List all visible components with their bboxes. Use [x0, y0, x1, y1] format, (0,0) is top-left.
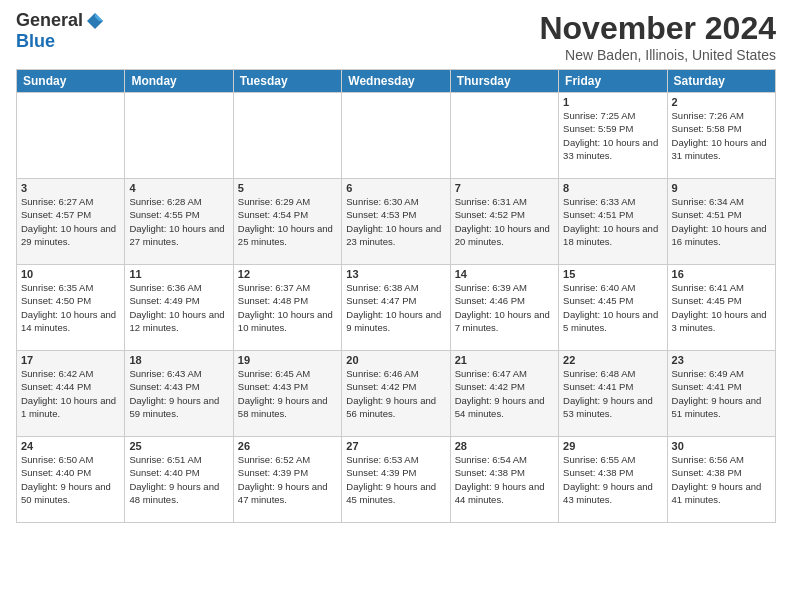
day-number: 8	[563, 182, 662, 194]
day-number: 13	[346, 268, 445, 280]
day-number: 5	[238, 182, 337, 194]
day-info: Sunrise: 6:52 AM Sunset: 4:39 PM Dayligh…	[238, 453, 337, 506]
day-info: Sunrise: 6:34 AM Sunset: 4:51 PM Dayligh…	[672, 195, 771, 248]
day-info: Sunrise: 6:40 AM Sunset: 4:45 PM Dayligh…	[563, 281, 662, 334]
day-info: Sunrise: 6:30 AM Sunset: 4:53 PM Dayligh…	[346, 195, 445, 248]
table-row: 3Sunrise: 6:27 AM Sunset: 4:57 PM Daylig…	[17, 179, 125, 265]
day-number: 14	[455, 268, 554, 280]
day-number: 25	[129, 440, 228, 452]
day-info: Sunrise: 6:38 AM Sunset: 4:47 PM Dayligh…	[346, 281, 445, 334]
table-row: 10Sunrise: 6:35 AM Sunset: 4:50 PM Dayli…	[17, 265, 125, 351]
day-number: 15	[563, 268, 662, 280]
day-info: Sunrise: 6:36 AM Sunset: 4:49 PM Dayligh…	[129, 281, 228, 334]
table-row: 12Sunrise: 6:37 AM Sunset: 4:48 PM Dayli…	[233, 265, 341, 351]
table-row: 11Sunrise: 6:36 AM Sunset: 4:49 PM Dayli…	[125, 265, 233, 351]
day-number: 26	[238, 440, 337, 452]
table-row: 16Sunrise: 6:41 AM Sunset: 4:45 PM Dayli…	[667, 265, 775, 351]
calendar-table: Sunday Monday Tuesday Wednesday Thursday…	[16, 69, 776, 523]
table-row: 13Sunrise: 6:38 AM Sunset: 4:47 PM Dayli…	[342, 265, 450, 351]
day-number: 17	[21, 354, 120, 366]
day-number: 9	[672, 182, 771, 194]
day-info: Sunrise: 6:51 AM Sunset: 4:40 PM Dayligh…	[129, 453, 228, 506]
day-number: 3	[21, 182, 120, 194]
day-info: Sunrise: 6:54 AM Sunset: 4:38 PM Dayligh…	[455, 453, 554, 506]
col-wednesday: Wednesday	[342, 70, 450, 93]
logo-icon	[85, 11, 105, 31]
calendar-week-row: 24Sunrise: 6:50 AM Sunset: 4:40 PM Dayli…	[17, 437, 776, 523]
day-info: Sunrise: 6:48 AM Sunset: 4:41 PM Dayligh…	[563, 367, 662, 420]
table-row: 5Sunrise: 6:29 AM Sunset: 4:54 PM Daylig…	[233, 179, 341, 265]
day-number: 4	[129, 182, 228, 194]
day-number: 11	[129, 268, 228, 280]
table-row: 24Sunrise: 6:50 AM Sunset: 4:40 PM Dayli…	[17, 437, 125, 523]
table-row: 9Sunrise: 6:34 AM Sunset: 4:51 PM Daylig…	[667, 179, 775, 265]
day-info: Sunrise: 6:29 AM Sunset: 4:54 PM Dayligh…	[238, 195, 337, 248]
calendar-week-row: 10Sunrise: 6:35 AM Sunset: 4:50 PM Dayli…	[17, 265, 776, 351]
table-row: 19Sunrise: 6:45 AM Sunset: 4:43 PM Dayli…	[233, 351, 341, 437]
day-number: 28	[455, 440, 554, 452]
table-row: 18Sunrise: 6:43 AM Sunset: 4:43 PM Dayli…	[125, 351, 233, 437]
day-number: 30	[672, 440, 771, 452]
day-number: 6	[346, 182, 445, 194]
title-block: November 2024 New Baden, Illinois, Unite…	[539, 10, 776, 63]
day-number: 1	[563, 96, 662, 108]
day-number: 24	[21, 440, 120, 452]
day-info: Sunrise: 6:45 AM Sunset: 4:43 PM Dayligh…	[238, 367, 337, 420]
day-number: 19	[238, 354, 337, 366]
day-number: 23	[672, 354, 771, 366]
table-row: 21Sunrise: 6:47 AM Sunset: 4:42 PM Dayli…	[450, 351, 558, 437]
day-number: 18	[129, 354, 228, 366]
location-text: New Baden, Illinois, United States	[539, 47, 776, 63]
table-row: 6Sunrise: 6:30 AM Sunset: 4:53 PM Daylig…	[342, 179, 450, 265]
day-number: 22	[563, 354, 662, 366]
table-row	[17, 93, 125, 179]
table-row: 30Sunrise: 6:56 AM Sunset: 4:38 PM Dayli…	[667, 437, 775, 523]
day-info: Sunrise: 6:50 AM Sunset: 4:40 PM Dayligh…	[21, 453, 120, 506]
table-row: 8Sunrise: 6:33 AM Sunset: 4:51 PM Daylig…	[559, 179, 667, 265]
day-info: Sunrise: 6:42 AM Sunset: 4:44 PM Dayligh…	[21, 367, 120, 420]
table-row	[342, 93, 450, 179]
day-number: 16	[672, 268, 771, 280]
page: General Blue November 2024 New Baden, Il…	[0, 0, 792, 533]
day-info: Sunrise: 6:28 AM Sunset: 4:55 PM Dayligh…	[129, 195, 228, 248]
day-number: 29	[563, 440, 662, 452]
col-tuesday: Tuesday	[233, 70, 341, 93]
table-row: 4Sunrise: 6:28 AM Sunset: 4:55 PM Daylig…	[125, 179, 233, 265]
table-row: 1Sunrise: 7:25 AM Sunset: 5:59 PM Daylig…	[559, 93, 667, 179]
col-thursday: Thursday	[450, 70, 558, 93]
col-sunday: Sunday	[17, 70, 125, 93]
table-row	[450, 93, 558, 179]
month-title: November 2024	[539, 10, 776, 47]
table-row	[125, 93, 233, 179]
calendar-week-row: 3Sunrise: 6:27 AM Sunset: 4:57 PM Daylig…	[17, 179, 776, 265]
table-row: 25Sunrise: 6:51 AM Sunset: 4:40 PM Dayli…	[125, 437, 233, 523]
logo-blue-text: Blue	[16, 31, 55, 52]
table-row	[233, 93, 341, 179]
day-info: Sunrise: 6:53 AM Sunset: 4:39 PM Dayligh…	[346, 453, 445, 506]
day-info: Sunrise: 6:56 AM Sunset: 4:38 PM Dayligh…	[672, 453, 771, 506]
day-info: Sunrise: 6:49 AM Sunset: 4:41 PM Dayligh…	[672, 367, 771, 420]
table-row: 29Sunrise: 6:55 AM Sunset: 4:38 PM Dayli…	[559, 437, 667, 523]
logo-general-text: General	[16, 10, 83, 31]
day-info: Sunrise: 6:33 AM Sunset: 4:51 PM Dayligh…	[563, 195, 662, 248]
table-row: 14Sunrise: 6:39 AM Sunset: 4:46 PM Dayli…	[450, 265, 558, 351]
day-info: Sunrise: 6:43 AM Sunset: 4:43 PM Dayligh…	[129, 367, 228, 420]
table-row: 2Sunrise: 7:26 AM Sunset: 5:58 PM Daylig…	[667, 93, 775, 179]
day-info: Sunrise: 6:55 AM Sunset: 4:38 PM Dayligh…	[563, 453, 662, 506]
day-info: Sunrise: 7:26 AM Sunset: 5:58 PM Dayligh…	[672, 109, 771, 162]
day-info: Sunrise: 6:31 AM Sunset: 4:52 PM Dayligh…	[455, 195, 554, 248]
table-row: 28Sunrise: 6:54 AM Sunset: 4:38 PM Dayli…	[450, 437, 558, 523]
table-row: 17Sunrise: 6:42 AM Sunset: 4:44 PM Dayli…	[17, 351, 125, 437]
header: General Blue November 2024 New Baden, Il…	[16, 10, 776, 63]
table-row: 23Sunrise: 6:49 AM Sunset: 4:41 PM Dayli…	[667, 351, 775, 437]
day-info: Sunrise: 6:27 AM Sunset: 4:57 PM Dayligh…	[21, 195, 120, 248]
day-info: Sunrise: 7:25 AM Sunset: 5:59 PM Dayligh…	[563, 109, 662, 162]
day-number: 20	[346, 354, 445, 366]
day-number: 10	[21, 268, 120, 280]
col-monday: Monday	[125, 70, 233, 93]
day-info: Sunrise: 6:39 AM Sunset: 4:46 PM Dayligh…	[455, 281, 554, 334]
day-info: Sunrise: 6:46 AM Sunset: 4:42 PM Dayligh…	[346, 367, 445, 420]
table-row: 20Sunrise: 6:46 AM Sunset: 4:42 PM Dayli…	[342, 351, 450, 437]
day-number: 12	[238, 268, 337, 280]
day-number: 7	[455, 182, 554, 194]
